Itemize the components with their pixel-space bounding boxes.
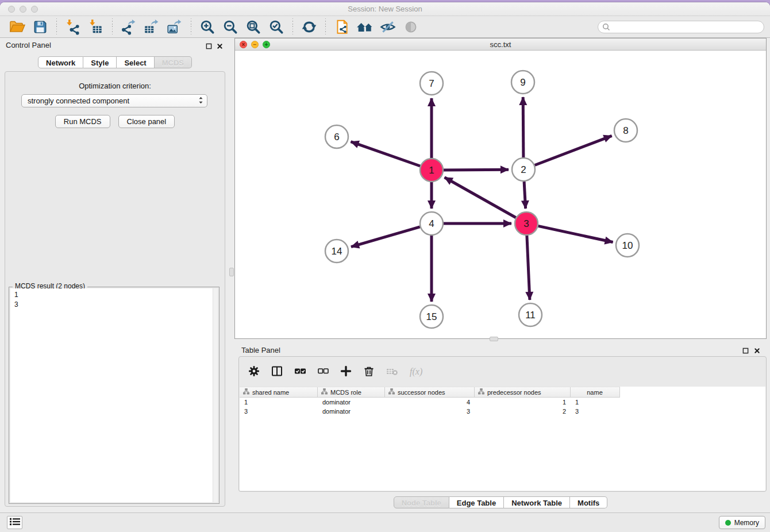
zoom-in-button[interactable] (197, 17, 218, 37)
column-header-predecessor-nodes[interactable]: predecessor nodes (475, 387, 571, 397)
zoom-fit-content-button[interactable] (243, 17, 264, 37)
tab-select[interactable]: Select (117, 56, 154, 68)
graph-node-14[interactable]: 14 (325, 240, 348, 263)
apply-preferred-layout-button[interactable] (299, 17, 319, 37)
graph-node-7[interactable]: 7 (420, 72, 443, 95)
delete-table-icon (386, 365, 398, 379)
tab-network-table[interactable]: Network Table (504, 496, 570, 508)
hide-all-columns-button[interactable] (316, 365, 330, 379)
import-network-button[interactable] (63, 17, 83, 37)
tab-motifs[interactable]: Motifs (570, 496, 607, 508)
graph-node-6[interactable]: 6 (325, 125, 348, 148)
graph-node-11[interactable]: 11 (519, 303, 542, 326)
table-tabs-row: Node TableEdge TableNetwork TableMotifs (234, 496, 767, 510)
table-row[interactable]: 1dominator411 (240, 398, 765, 407)
function-builder-icon: f(x) (409, 365, 426, 379)
graph-node-label: 9 (520, 77, 525, 88)
split-columns-icon (271, 365, 283, 379)
graph-node-4[interactable]: 4 (420, 212, 443, 235)
column-tree-icon (388, 388, 395, 396)
graph-edge-3-11[interactable] (527, 236, 530, 300)
graph-node-3[interactable]: 3 (515, 212, 538, 235)
open-file-button[interactable] (7, 17, 28, 37)
table-cell: 1 (240, 399, 318, 406)
graph-node-label: 2 (521, 164, 526, 175)
save-session-button[interactable] (30, 17, 51, 37)
table-row[interactable]: 3dominator323 (240, 407, 765, 416)
tab-network[interactable]: Network (38, 56, 83, 68)
graph-node-10[interactable]: 10 (616, 234, 639, 257)
network-canvas[interactable]: 1234678910111415 (235, 51, 766, 338)
zoom-out-button[interactable] (220, 17, 241, 37)
graph-edge-4-14[interactable] (351, 227, 420, 247)
tab-style[interactable]: Style (83, 56, 117, 68)
import-table-button[interactable] (86, 17, 106, 37)
panel-splitter-grip[interactable] (229, 268, 234, 276)
control-panel-float-icon[interactable] (205, 42, 213, 50)
graph-edge-2-9[interactable] (523, 97, 523, 157)
toolbar-separator (56, 18, 57, 36)
column-header-shared-name[interactable]: shared name (240, 387, 318, 397)
mcds-buttons: Run MCDS Close panel (5, 115, 225, 128)
column-header-name[interactable]: name (571, 387, 619, 397)
control-panel-close-icon[interactable] (215, 42, 224, 50)
export-table-icon (144, 19, 160, 35)
show-graphics-details-button[interactable] (378, 17, 398, 37)
show-all-columns-button[interactable] (293, 365, 307, 379)
column-header-mcds-role[interactable]: MCDS role (318, 387, 385, 397)
show-all-networks-button[interactable] (355, 17, 375, 37)
save-session-icon (32, 19, 48, 35)
zoom-selected-region-button[interactable] (266, 17, 287, 37)
export-table-button[interactable] (141, 17, 162, 37)
column-header-successor-nodes[interactable]: successor nodes (385, 387, 475, 397)
mcds-result-line: 3 (14, 300, 214, 310)
graph-edge-2-8[interactable] (535, 136, 612, 165)
graph-node-label: 3 (523, 218, 529, 229)
export-network-button[interactable] (118, 17, 139, 37)
titlebar[interactable]: Session: New Session (0, 2, 770, 16)
create-column-button[interactable] (339, 365, 353, 379)
table-settings-icon (248, 365, 260, 379)
graph-edge-2-3[interactable] (524, 182, 526, 209)
control-panel-header: Control Panel (0, 38, 230, 53)
close-panel-button[interactable]: Close panel (118, 115, 175, 128)
graph-edge-3-10[interactable] (538, 226, 613, 242)
network-frame-titlebar[interactable]: × − + scc.txt (235, 38, 766, 51)
status-bar: Memory (0, 512, 770, 532)
delete-columns-button[interactable] (362, 365, 376, 379)
new-network-from-selection-button[interactable] (332, 17, 352, 37)
graph-node-2[interactable]: 2 (512, 158, 535, 181)
mcds-panel: Optimization criterion: strongly connect… (5, 71, 225, 507)
table-splitter-grip[interactable] (490, 337, 498, 341)
memory-button[interactable]: Memory (719, 516, 765, 529)
graph-node-15[interactable]: 15 (420, 305, 443, 328)
list-icon (10, 518, 20, 527)
svg-text:f(x): f(x) (410, 366, 422, 376)
graph-node-1[interactable]: 1 (420, 159, 443, 182)
tab-edge-table[interactable]: Edge Table (449, 496, 504, 508)
graph-edge-1-6[interactable] (351, 142, 421, 166)
tab-mcds[interactable]: MCDS (155, 56, 192, 68)
result-scrollbar[interactable] (213, 288, 218, 502)
criterion-select[interactable]: strongly connected component (21, 94, 207, 107)
run-mcds-button[interactable]: Run MCDS (55, 115, 110, 128)
tab-node-table[interactable]: Node Table (394, 496, 449, 508)
graph-node-9[interactable]: 9 (511, 71, 534, 94)
search-input[interactable] (598, 21, 764, 33)
table-cell: 3 (385, 408, 475, 415)
graph-node-8[interactable]: 8 (614, 119, 637, 142)
graph-edge-1-2[interactable] (444, 169, 509, 170)
import-network-icon (65, 19, 81, 35)
split-columns-button[interactable] (270, 365, 284, 379)
table-panel-float-icon[interactable] (741, 346, 749, 354)
app-window: Session: New Session Control Panel Netwo (0, 2, 770, 532)
show-all-columns-icon (294, 365, 306, 379)
graph-edge-3-1[interactable] (445, 178, 516, 218)
table-panel-close-icon[interactable] (753, 346, 761, 354)
open-file-icon (9, 18, 26, 36)
table-settings-button[interactable] (247, 365, 261, 379)
mcds-result-list[interactable]: 13 (10, 288, 218, 502)
task-history-button[interactable] (7, 516, 22, 529)
table-panel-title: Table Panel (241, 346, 280, 354)
export-image-button[interactable] (164, 17, 185, 37)
